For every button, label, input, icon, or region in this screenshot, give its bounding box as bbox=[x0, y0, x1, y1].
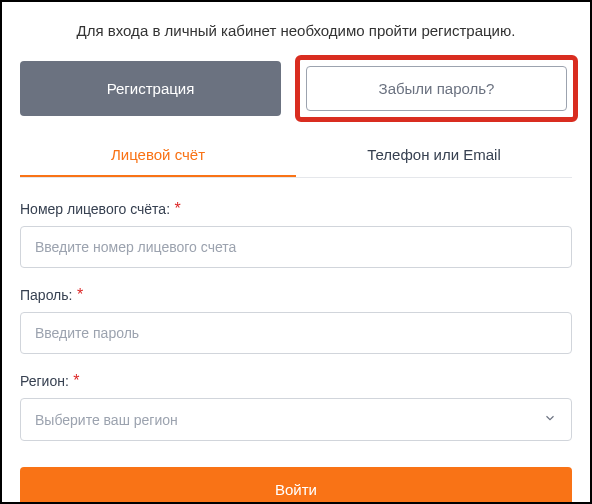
submit-button[interactable]: Войти bbox=[20, 467, 572, 504]
region-field-group: Регион: * Выберите ваш регион bbox=[20, 372, 572, 441]
tab-account[interactable]: Лицевой счёт bbox=[20, 134, 296, 177]
password-field-group: Пароль: * bbox=[20, 286, 572, 354]
intro-text: Для входа в личный кабинет необходимо пр… bbox=[20, 22, 572, 39]
password-input[interactable] bbox=[20, 312, 572, 354]
required-mark: * bbox=[73, 372, 79, 389]
tab-phone-email[interactable]: Телефон или Email bbox=[296, 134, 572, 177]
region-select[interactable]: Выберите ваш регион bbox=[20, 398, 572, 441]
forgot-password-button[interactable]: Забыли пароль? bbox=[306, 66, 567, 111]
account-label: Номер лицевого счёта: bbox=[20, 201, 170, 217]
region-placeholder: Выберите ваш регион bbox=[35, 412, 178, 428]
action-buttons: Регистрация Забыли пароль? bbox=[20, 61, 572, 116]
forgot-highlight: Забыли пароль? bbox=[295, 55, 578, 122]
account-input[interactable] bbox=[20, 226, 572, 268]
password-label: Пароль: bbox=[20, 287, 72, 303]
required-mark: * bbox=[77, 286, 83, 303]
region-label: Регион: bbox=[20, 373, 69, 389]
required-mark: * bbox=[174, 200, 180, 217]
login-tabs: Лицевой счёт Телефон или Email bbox=[20, 134, 572, 178]
register-button[interactable]: Регистрация bbox=[20, 61, 281, 116]
chevron-down-icon bbox=[543, 411, 557, 428]
account-field-group: Номер лицевого счёта: * bbox=[20, 200, 572, 268]
